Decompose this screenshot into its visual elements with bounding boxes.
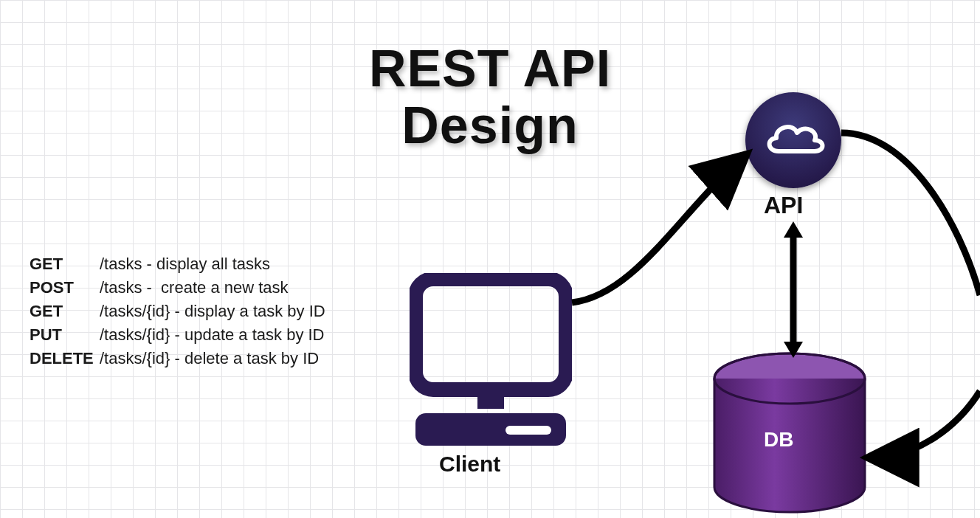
arrow-edge-to-db	[0, 0, 980, 518]
